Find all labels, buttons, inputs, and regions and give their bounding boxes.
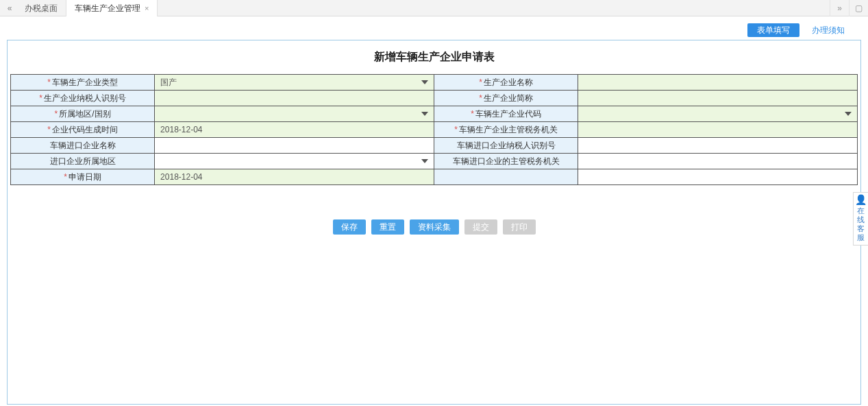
field-short-name[interactable] [578, 91, 858, 106]
label-enterprise-type: *车辆生产企业类型 [11, 75, 155, 91]
label-import-region: 进口企业所属地区 [11, 154, 155, 169]
tab-tax-desktop[interactable]: 办税桌面 [16, 0, 66, 16]
chevron-down-icon [421, 159, 428, 163]
close-icon[interactable]: × [145, 0, 149, 16]
form-panel: 新增车辆生产企业申请表 *车辆生产企业类型 国产 *生产企业名称 *生产企业纳税… [7, 40, 861, 405]
action-tab-label: 办理须知 [812, 25, 845, 35]
field-apply-date[interactable]: 2018-12-04 [155, 169, 434, 185]
label-tax-id: *生产企业纳税人识别号 [11, 91, 155, 106]
chevron-down-icon [421, 80, 428, 84]
label-import-authority: 车辆进口企业的主管税务机关 [434, 154, 578, 169]
field-import-tax-id[interactable] [578, 138, 858, 154]
label-enterprise-code: *车辆生产企业代码 [434, 106, 578, 122]
tab-label: 车辆生产企业管理 [75, 0, 140, 16]
label-region: *所属地区/国别 [11, 106, 155, 122]
import-tax-id-input[interactable] [578, 138, 857, 153]
chevron-down-icon [845, 112, 852, 116]
label-short-name: *生产企业简称 [434, 91, 578, 106]
action-tab-label: 表单填写 [757, 25, 790, 35]
tax-id-input[interactable] [155, 91, 434, 106]
submit-button: 提交 [464, 219, 497, 235]
tax-authority-input[interactable] [578, 122, 857, 137]
label-tax-authority: *车辆生产企业主管税务机关 [434, 122, 578, 138]
date-value: 2018-12-04 [160, 172, 202, 182]
button-bar: 保存 重置 资料采集 提交 打印 [10, 219, 858, 235]
field-import-region[interactable] [155, 154, 434, 169]
field-enterprise-name[interactable] [578, 75, 858, 91]
maximize-icon[interactable]: ▢ [849, 0, 868, 16]
tab-vehicle-enterprise-mgmt[interactable]: 车辆生产企业管理 × [66, 0, 158, 16]
field-tax-id[interactable] [155, 91, 434, 106]
field-import-name[interactable] [155, 138, 434, 154]
field-region[interactable] [155, 106, 434, 122]
label-apply-date: *申请日期 [11, 169, 155, 185]
online-service-widget[interactable]: 👤 在线 客服 [853, 192, 868, 246]
field-empty [578, 169, 858, 185]
field-code-gen-time[interactable]: 2018-12-04 [155, 122, 434, 138]
date-value: 2018-12-04 [160, 125, 202, 134]
field-tax-authority[interactable] [578, 122, 858, 138]
person-icon: 👤 [854, 194, 868, 205]
collect-button[interactable]: 资料采集 [410, 219, 459, 235]
side-line1: 在线 [854, 206, 868, 224]
print-button: 打印 [503, 219, 536, 235]
field-enterprise-code[interactable] [578, 106, 858, 122]
side-line2: 客服 [854, 224, 868, 242]
collapse-left-icon[interactable]: « [3, 1, 16, 15]
tab-label: 办税桌面 [25, 0, 58, 16]
more-tabs-icon[interactable]: » [830, 0, 849, 16]
import-authority-input[interactable] [578, 154, 857, 169]
save-button[interactable]: 保存 [333, 219, 366, 235]
field-enterprise-type[interactable]: 国产 [155, 75, 434, 91]
action-tab-row: 表单填写 办理须知 [0, 16, 868, 40]
enterprise-name-input[interactable] [578, 75, 857, 90]
short-name-input[interactable] [578, 91, 857, 106]
reset-button[interactable]: 重置 [371, 219, 404, 235]
application-form-table: *车辆生产企业类型 国产 *生产企业名称 *生产企业纳税人识别号 *生产企业简称… [10, 74, 858, 185]
field-import-authority[interactable] [578, 154, 858, 169]
label-import-tax-id: 车辆进口企业纳税人识别号 [434, 138, 578, 154]
form-title: 新增车辆生产企业申请表 [10, 47, 858, 74]
top-tabbar: « 办税桌面 车辆生产企业管理 × » ▢ [0, 0, 868, 16]
label-code-gen-time: *企业代码生成时间 [11, 122, 155, 138]
tab-form-fill[interactable]: 表单填写 [747, 23, 799, 37]
chevron-down-icon [421, 112, 428, 116]
label-empty [434, 169, 578, 185]
import-name-input[interactable] [155, 138, 434, 153]
label-enterprise-name: *生产企业名称 [434, 75, 578, 91]
select-value: 国产 [160, 77, 177, 88]
label-import-name: 车辆进口企业名称 [11, 138, 155, 154]
tab-handling-notice[interactable]: 办理须知 [802, 23, 854, 37]
